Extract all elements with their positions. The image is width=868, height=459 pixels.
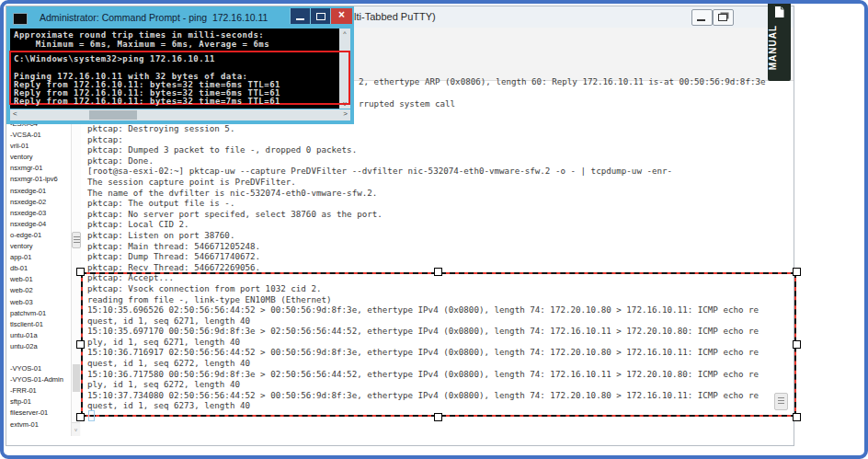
cmd-prompt-icon xyxy=(13,13,28,25)
manual-page-icon xyxy=(772,5,786,19)
cmd-window-controls: × xyxy=(290,8,352,24)
sidebar-session-item[interactable]: nsxedge-04 xyxy=(7,219,71,230)
selection-dashed-border xyxy=(81,272,796,417)
sidebar-session-item[interactable]: web-01 xyxy=(7,274,71,285)
terminal-line: The session capture point is PreDVFilter… xyxy=(87,177,759,188)
sidebar-session-item[interactable]: sftp-01 xyxy=(7,396,71,407)
cmd-hscroll-thumb[interactable] xyxy=(89,110,137,120)
sidebar-session-item[interactable]: web-02 xyxy=(7,285,71,296)
annotation-selection-box[interactable] xyxy=(81,272,796,417)
sidebar-session-item[interactable]: -FRR-01 xyxy=(7,385,71,396)
sidebar-session-item[interactable]: nsxmgr-01 xyxy=(7,163,71,174)
terminal-line: The name of the dvfilter is nic-532074-e… xyxy=(87,188,759,199)
sidebar-session-item[interactable]: extvm-01 xyxy=(7,419,71,430)
selection-handle-top-right[interactable] xyxy=(793,268,801,276)
selection-handle-top-left[interactable] xyxy=(76,268,85,276)
cmd-highlight-box: C:\Windows\system32>ping 172.16.10.11Pin… xyxy=(9,51,350,105)
cmd-window-title: Administrator: Command Prompt - ping 172… xyxy=(40,12,268,23)
selection-handle-top-middle[interactable] xyxy=(434,268,442,276)
cmd-highlighted-text: C:\Windows\system32>ping 172.16.10.11Pin… xyxy=(14,55,280,107)
grip-icon xyxy=(74,236,80,244)
scroll-up-arrow[interactable]: ^ xyxy=(339,30,350,37)
sidebar-session-item[interactable]: -VYOS-01 xyxy=(7,363,71,374)
terminal-line: pktcap: Main thread: 546671205248. xyxy=(87,241,759,252)
scroll-right-arrow[interactable]: > xyxy=(343,109,348,118)
sidebar-session-item[interactable]: tlsclient-01 xyxy=(7,319,71,330)
cmd-horizontal-scrollbar[interactable]: < > xyxy=(10,109,350,120)
terminal-partial-line-syscall: rrupted system call xyxy=(359,98,455,109)
session-sidebar: -ESXi-04-VCSA-01vrli-01ventorynsxmgr-01n… xyxy=(7,119,71,436)
sidebar-session-item[interactable]: o-edge-01 xyxy=(7,230,71,241)
sidebar-session-item[interactable]: ventory xyxy=(7,152,71,163)
sidebar-session-item[interactable]: untu-02a xyxy=(7,341,71,352)
terminal-line: pktcap: No server port specifed, select … xyxy=(87,209,759,220)
cmd-output-line: Minimum = 6ms, Maximum = 6ms, Average = … xyxy=(14,40,269,50)
terminal-line: pktcap: Recv Thread: 546672269056. xyxy=(87,262,759,273)
selection-handle-middle-right[interactable] xyxy=(793,340,801,349)
terminal-line: pktcap: Dumped 3 packet to file -, dropp… xyxy=(87,144,759,155)
maximize-icon xyxy=(316,13,326,20)
restore-icon xyxy=(718,14,727,21)
sidebar-session-item[interactable]: db-01 xyxy=(7,263,71,274)
cmd-output-line: C:\Windows\system32>ping 172.16.10.11 xyxy=(14,55,280,63)
selection-handle-middle-left[interactable] xyxy=(76,340,85,349)
screenshot-root: ulti-Tabbed PuTTY) -ESXi-04-VCSA-01vrli-… xyxy=(0,0,868,459)
sidebar-session-item[interactable]: nsxedge-03 xyxy=(7,208,71,219)
sidebar-session-item[interactable]: untu-01a xyxy=(7,330,71,341)
cmd-minimize-button[interactable] xyxy=(290,8,310,24)
terminal-line: pktcap: Listen on port 38760. xyxy=(87,230,759,241)
terminal-line: pktcap: Local CID 2. xyxy=(87,219,759,230)
selection-handle-bottom-middle[interactable] xyxy=(434,413,442,421)
manual-tab-label: MANUAL xyxy=(768,25,778,70)
sidebar-session-item[interactable]: -VYOS-01-Admin xyxy=(7,374,71,385)
cmd-titlebar[interactable]: Administrator: Command Prompt - ping 172… xyxy=(8,8,352,29)
sidebar-splitter-grip[interactable] xyxy=(72,232,81,248)
sidebar-session-item[interactable]: web-03 xyxy=(7,297,71,308)
sidebar-scrollbar-down-arrow[interactable]: v xyxy=(72,422,80,436)
terminal-line: pktcap: Dump Thread: 546671740672. xyxy=(87,251,759,262)
cmd-scrollback-text: Approximate round trip times in milli-se… xyxy=(14,31,269,49)
sidebar-session-item[interactable]: nsxmgr-01-ipv6 xyxy=(7,174,71,185)
sidebar-session-item[interactable] xyxy=(7,352,71,363)
scroll-left-arrow[interactable]: < xyxy=(13,109,17,118)
sidebar-session-item[interactable]: fileserver-01 xyxy=(7,407,71,419)
terminal-line: pktcap: Destroying session 5. xyxy=(87,123,759,134)
sidebar-session-item[interactable]: nsxedge-02 xyxy=(7,197,71,208)
putty-minimize-button[interactable] xyxy=(691,9,713,26)
minimize-icon xyxy=(697,19,705,21)
putty-window-title: ulti-Tabbed PuTTY) xyxy=(348,11,436,22)
selection-handle-bottom-right[interactable] xyxy=(793,413,801,421)
sidebar-session-item[interactable]: ventory xyxy=(7,241,71,252)
manual-tab[interactable]: MANUAL xyxy=(768,2,791,81)
cmd-close-button[interactable]: × xyxy=(330,8,352,24)
terminal-line: pktcap: Done. xyxy=(87,155,759,166)
selection-handle-bottom-left[interactable] xyxy=(76,413,85,421)
sidebar-scrollbar[interactable]: v xyxy=(71,75,81,436)
sidebar-session-item[interactable]: -VCSA-01 xyxy=(7,130,71,141)
sidebar-session-item[interactable]: vrli-01 xyxy=(7,141,71,152)
terminal-line: [root@sa-esxi-02:~] pktcap-uw --capture … xyxy=(87,166,759,177)
sidebar-session-item[interactable]: nsxedge-01 xyxy=(7,186,71,197)
sidebar-session-item[interactable]: app-01 xyxy=(7,252,71,263)
cmd-window: Administrator: Command Prompt - ping 172… xyxy=(6,6,354,124)
sidebar-session-item[interactable]: patchvm-01 xyxy=(7,308,71,319)
minimize-icon xyxy=(296,18,304,20)
sidebar-scrollbar-thumb[interactable] xyxy=(73,364,80,392)
terminal-cursor xyxy=(88,410,95,421)
terminal-partial-line-arp: 2, ethertype ARP (0x0806), length 60: Re… xyxy=(359,76,766,86)
putty-restore-button[interactable] xyxy=(713,9,734,26)
terminal-line: pktcap: The output file is -. xyxy=(87,198,759,209)
cmd-output-line: Reply from 172.16.10.11: bytes=32 time=7… xyxy=(14,98,280,106)
cmd-maximize-button[interactable] xyxy=(310,8,330,24)
terminal-line: pktcap: xyxy=(87,134,759,145)
